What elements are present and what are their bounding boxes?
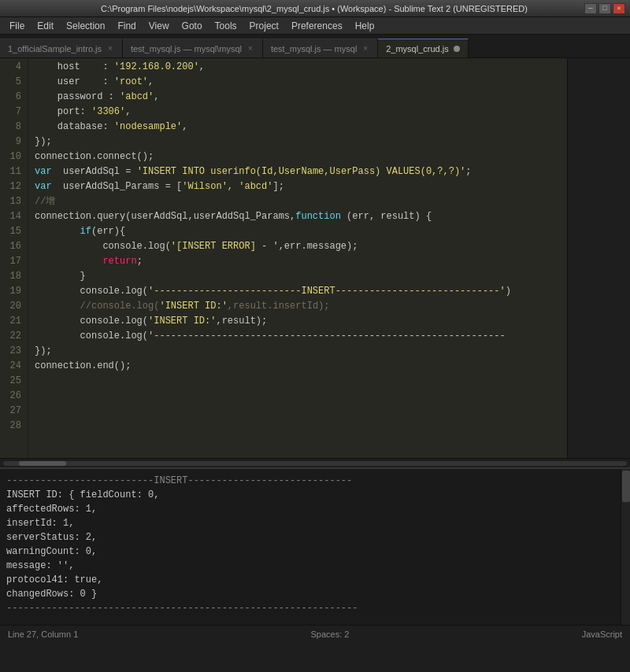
console-line: serverStatus: 2, (6, 530, 624, 545)
code-line: user : 'root', (35, 75, 561, 90)
code-line: password : 'abcd', (35, 90, 561, 105)
console-line: changedRows: 0 } (6, 587, 624, 601)
tab-2[interactable]: test_mysql.js — mysql× (263, 39, 378, 57)
line-number: 23 (6, 344, 21, 359)
console-line: INSERT ID: { fieldCount: 0, (6, 488, 624, 502)
line-number: 26 (6, 389, 21, 404)
code-line: connection.query(userAddSql,userAddSql_P… (35, 209, 561, 224)
menu-item-find[interactable]: Find (111, 17, 142, 34)
code-line: return; (35, 254, 561, 269)
console-line: message: '', (6, 559, 624, 573)
close-button[interactable]: ✕ (613, 3, 625, 14)
hscroll-thumb[interactable] (19, 461, 66, 466)
line-number: 4 (6, 60, 21, 75)
title-bar: C:\Program Files\nodejs\Workspace\mysql\… (0, 0, 630, 17)
line-number: 24 (6, 359, 21, 374)
menu-bar: FileEditSelectionFindViewGotoToolsProjec… (0, 17, 630, 35)
line-number: 25 (6, 374, 21, 389)
status-bar: Line 27, Column 1 Spaces: 2 JavaScript (0, 625, 630, 642)
menu-item-selection[interactable]: Selection (60, 17, 111, 34)
code-line: } (35, 269, 561, 284)
console-line: ----------------------------------------… (6, 601, 624, 615)
code-line: connection.connect(); (35, 150, 561, 164)
menu-item-goto[interactable]: Goto (176, 17, 209, 34)
code-line: //console.log('INSERT ID:',result.insert… (35, 299, 561, 314)
line-number: 14 (6, 209, 21, 224)
code-line: var userAddSql_Params = ['Wilson', 'abcd… (35, 179, 561, 194)
line-number: 11 (6, 164, 21, 179)
code-line: console.log('---------------------------… (35, 329, 561, 344)
menu-item-edit[interactable]: Edit (31, 17, 60, 34)
spaces-info: Spaces: 2 (311, 630, 350, 639)
console-line: insertId: 1, (6, 516, 624, 530)
menu-item-tools[interactable]: Tools (209, 17, 243, 34)
code-line: //增 (35, 194, 561, 209)
code-line: var userAddSql = 'INSERT INTO userinfo(I… (35, 164, 561, 179)
editor-container: 4567891011121314151617181920212223242526… (0, 58, 630, 458)
line-number: 10 (6, 150, 21, 164)
line-numbers: 4567891011121314151617181920212223242526… (0, 58, 28, 458)
hscroll-track (3, 461, 627, 466)
minimap: host : '192.168.0.200', user : 'root', p… (567, 58, 630, 458)
code-line: if(err){ (35, 224, 561, 239)
line-number: 6 (6, 90, 21, 105)
code-line: console.log('INSERT ID:',result); (35, 314, 561, 329)
tab-0[interactable]: 1_officialSample_intro.js× (0, 39, 123, 57)
code-line: }); (35, 135, 561, 150)
line-number: 13 (6, 194, 21, 209)
line-number: 21 (6, 314, 21, 329)
line-number: 19 (6, 284, 21, 299)
minimize-button[interactable]: ─ (584, 3, 597, 14)
menu-item-view[interactable]: View (143, 17, 176, 34)
line-number: 27 (6, 404, 21, 419)
code-line: console.log('[INSERT ERROR] - ',err.mess… (35, 239, 561, 254)
code-line: console.log('--------------------------I… (35, 284, 561, 299)
console-line: affectedRows: 1, (6, 502, 624, 516)
tab-close-1[interactable]: × (246, 44, 254, 53)
maximize-button[interactable]: □ (598, 3, 611, 14)
console-scrollbar[interactable] (621, 469, 630, 625)
menu-item-preferences[interactable]: Preferences (285, 17, 349, 34)
tab-close-0[interactable]: × (106, 44, 114, 53)
code-line: host : '192.168.0.200', (35, 60, 561, 75)
menu-item-project[interactable]: Project (243, 17, 285, 34)
tab-1[interactable]: test_mysql.js — mysql\mysql× (123, 39, 263, 57)
line-number: 7 (6, 105, 21, 120)
code-area[interactable]: host : '192.168.0.200', user : 'root', p… (28, 58, 567, 458)
console-panel: --------------------------INSERT--------… (0, 467, 630, 625)
line-number: 22 (6, 329, 21, 344)
line-number: 15 (6, 224, 21, 239)
menu-item-file[interactable]: File (3, 17, 31, 34)
tab-bar: 1_officialSample_intro.js×test_mysql.js … (0, 35, 630, 58)
horizontal-scrollbar[interactable] (0, 458, 630, 467)
console-content: --------------------------INSERT--------… (6, 474, 624, 615)
line-number: 8 (6, 120, 21, 135)
code-line: port: '3306', (35, 105, 561, 120)
line-number: 9 (6, 135, 21, 150)
line-number: 17 (6, 254, 21, 269)
line-number: 20 (6, 299, 21, 314)
console-scroll-thumb[interactable] (622, 471, 630, 502)
code-line: }); (35, 344, 561, 359)
console-line: warningCount: 0, (6, 545, 624, 559)
console-line: --------------------------INSERT--------… (6, 474, 624, 488)
console-line: protocol41: true, (6, 573, 624, 587)
language-mode: JavaScript (582, 630, 622, 639)
line-number: 18 (6, 269, 21, 284)
code-line: database: 'nodesample', (35, 120, 561, 135)
code-line: connection.end(); (35, 359, 561, 374)
tab-close-2[interactable]: × (361, 44, 369, 53)
line-number: 28 (6, 419, 21, 434)
line-number: 5 (6, 75, 21, 90)
tab-dot-3 (454, 46, 460, 52)
menu-item-help[interactable]: Help (349, 17, 381, 34)
line-number: 16 (6, 239, 21, 254)
tab-3[interactable]: 2_mysql_crud.js (378, 39, 468, 57)
cursor-position: Line 27, Column 1 (8, 630, 78, 639)
window-controls: ─ □ ✕ (584, 3, 625, 14)
window-title: C:\Program Files\nodejs\Workspace\mysql\… (101, 4, 528, 13)
line-number: 12 (6, 179, 21, 194)
